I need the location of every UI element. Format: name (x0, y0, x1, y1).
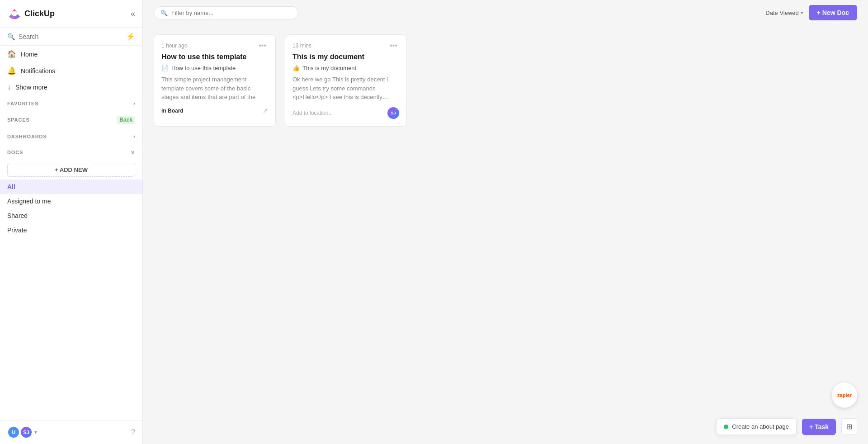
show-more-label: Show more (15, 84, 47, 91)
sidebar-bottom: U SJ ▾ ? (0, 420, 142, 444)
card-1-description: This simple project management template … (161, 75, 268, 102)
filter-input[interactable] (171, 9, 292, 16)
card-2-timestamp: 13 mins (292, 43, 311, 49)
doc-card-2[interactable]: 13 mins ••• This is my document 👍 This i… (285, 34, 407, 127)
header-right: Date Viewed ▾ + New Doc (765, 5, 857, 20)
docs-section-header[interactable]: DOCS ∨ (0, 144, 142, 160)
card-1-footer: in Board ↗ (161, 107, 268, 114)
docs-nav-shared[interactable]: Shared (0, 208, 142, 223)
docs-chevron-icon: ∨ (131, 149, 135, 156)
main-header: 🔍 Date Viewed ▾ + New Doc (143, 0, 868, 25)
avatar-dropdown-icon[interactable]: ▾ (34, 429, 37, 435)
hint-green-dot-icon (724, 425, 728, 429)
card-2-top: 13 mins ••• (292, 42, 399, 49)
notifications-icon: 🔔 (7, 66, 16, 75)
avatar-sj: SJ (20, 426, 33, 439)
favorites-label: FAVORITES (7, 101, 38, 106)
card-2-description: Ok here we go This is pretty decent I gu… (292, 75, 399, 102)
docs-nav-all[interactable]: All (0, 179, 142, 194)
docs-nav-private[interactable]: Private (0, 223, 142, 237)
filter-input-wrapper: 🔍 (154, 6, 298, 19)
card-2-doc-emoji: 👍 (292, 65, 300, 71)
grid-icon: ⊞ (846, 423, 852, 430)
favorites-chevron-icon: › (133, 100, 135, 107)
zapier-text: zapier (837, 392, 852, 398)
create-about-page-hint: Create an about page (716, 418, 797, 435)
card-2-add-location[interactable]: Add to location... (292, 110, 333, 116)
bottom-bar: Create an about page + Task ⊞ (716, 418, 857, 435)
search-icon: 🔍 (7, 33, 15, 40)
home-icon: 🏠 (7, 50, 16, 58)
show-more-icon: ↓ (7, 83, 11, 91)
card-1-share-icon[interactable]: ↗ (263, 107, 268, 114)
card-2-footer: Add to location... SJ (292, 107, 399, 119)
sidebar-header: ClickUp « (0, 0, 142, 28)
docs-section: DOCS ∨ + ADD NEW All Assigned to me Shar… (0, 144, 142, 237)
card-1-top: 1 hour ago ••• (161, 42, 268, 49)
favorites-section-header[interactable]: FAVORITES › (0, 95, 142, 111)
doc-card-1[interactable]: 1 hour ago ••• How to use this template … (154, 34, 276, 127)
grid-view-button[interactable]: ⊞ (841, 418, 857, 435)
dashboards-chevron-icon: › (133, 133, 135, 140)
docs-section-label: DOCS (7, 150, 23, 155)
sidebar-item-home[interactable]: 🏠 Home (0, 46, 142, 62)
sidebar-search-area: 🔍 ⚡ (0, 28, 142, 46)
sidebar-item-notifications[interactable]: 🔔 Notifications (0, 62, 142, 79)
cards-area: 1 hour ago ••• How to use this template … (143, 25, 868, 444)
filter-search-icon: 🔍 (160, 9, 168, 16)
card-1-location: in Board (161, 108, 184, 114)
docs-nav-assigned-to-me[interactable]: Assigned to me (0, 194, 142, 208)
task-button[interactable]: + Task (802, 419, 836, 435)
sidebar-search-input[interactable] (19, 33, 123, 40)
card-1-timestamp: 1 hour ago (161, 43, 187, 49)
home-label: Home (21, 51, 38, 58)
collapse-sidebar-button[interactable]: « (131, 9, 135, 19)
spaces-back-area: Back (117, 116, 135, 124)
sidebar: ClickUp « 🔍 ⚡ 🏠 Home 🔔 Notifications ↓ S… (0, 0, 143, 444)
notifications-label: Notifications (21, 67, 55, 75)
main-content: 🔍 Date Viewed ▾ + New Doc 1 hour ago •••… (143, 0, 868, 444)
card-2-doc-ref: 👍 This is my document (292, 65, 399, 71)
card-2-more-button[interactable]: ••• (388, 42, 399, 49)
lightning-icon[interactable]: ⚡ (126, 32, 135, 41)
app-name: ClickUp (24, 9, 55, 19)
logo-area: ClickUp (7, 6, 55, 21)
zapier-badge[interactable]: zapier (832, 383, 857, 408)
add-new-button[interactable]: + ADD NEW (7, 163, 135, 177)
card-1-title: How to use this template (161, 53, 268, 61)
dashboards-section-header[interactable]: DASHBOARDS › (0, 128, 142, 144)
sidebar-item-show-more[interactable]: ↓ Show more (0, 79, 142, 95)
new-doc-button[interactable]: + New Doc (809, 5, 857, 20)
card-2-title: This is my document (292, 53, 399, 61)
card-1-doc-icon: 📄 (161, 65, 169, 71)
hint-label: Create an about page (732, 423, 789, 430)
spaces-section-header[interactable]: SPACES Back (0, 111, 142, 128)
help-icon[interactable]: ? (131, 428, 135, 436)
date-viewed-button[interactable]: Date Viewed ▾ (765, 9, 803, 16)
card-1-more-button[interactable]: ••• (257, 42, 268, 49)
card-2-avatar: SJ (387, 107, 399, 119)
date-viewed-dropdown-icon: ▾ (801, 10, 803, 16)
dashboards-label: DASHBOARDS (7, 134, 47, 139)
clickup-logo-icon (7, 6, 22, 21)
back-badge[interactable]: Back (117, 116, 135, 124)
avatar-group: U SJ ▾ (7, 426, 37, 439)
spaces-label: SPACES (7, 117, 30, 123)
avatar-u: U (7, 426, 20, 439)
card-1-doc-ref: 📄 How to use this template (161, 65, 268, 71)
